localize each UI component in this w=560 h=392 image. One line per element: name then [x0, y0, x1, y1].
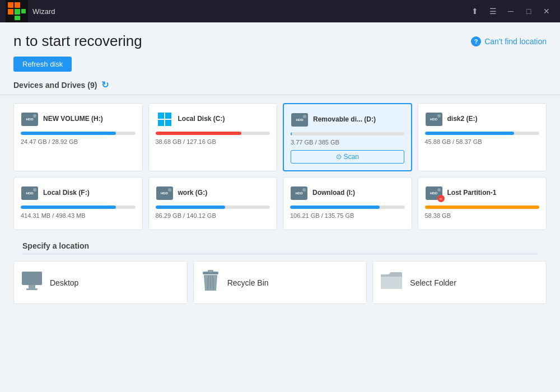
drive-card-local-disk-c[interactable]: Local Disk (C:) 38.68 GB / 127.16 GB: [148, 103, 278, 171]
progress-fill: [291, 132, 292, 136]
main-content: n to start recovering ? Can't find locat…: [0, 22, 560, 392]
drive-header: HDD Removable di... (D:): [291, 111, 404, 129]
devices-section-header: Devices and Drives (9) ↻: [0, 76, 560, 95]
progress-fill: [156, 132, 241, 135]
progress-fill: [21, 132, 116, 135]
svg-rect-6: [158, 113, 164, 119]
svg-rect-12: [26, 288, 38, 290]
refresh-bar: Refresh disk: [0, 54, 560, 76]
svg-rect-8: [158, 120, 164, 126]
page-title: n to start recovering: [13, 32, 142, 50]
upload-button[interactable]: ⬆: [467, 3, 483, 19]
svg-rect-2: [8, 9, 13, 15]
refresh-disk-button[interactable]: Refresh disk: [13, 57, 72, 72]
recycle-bin-icon: [200, 269, 221, 296]
drive-header: HDD disk2 (E:): [425, 110, 540, 128]
location-card-recycle-bin[interactable]: Recycle Bin: [193, 261, 367, 304]
svg-rect-4: [21, 9, 26, 13]
location-name: Select Folder: [410, 278, 456, 287]
title-bar: Wizard ⬆ ☰ ─ □ ✕: [0, 0, 560, 22]
location-grid: Desktop Recycle Bin: [9, 259, 551, 310]
location-name: Desktop: [50, 278, 78, 287]
hdd-icon: HDD: [156, 184, 174, 202]
location-card-desktop[interactable]: Desktop: [13, 261, 188, 304]
drive-size: 24.47 GB / 28.92 GB: [21, 138, 136, 145]
lost-hdd-icon: HDD −: [425, 184, 443, 202]
specify-section: Specify a location: [9, 236, 551, 254]
svg-rect-7: [165, 113, 171, 119]
close-button[interactable]: ✕: [539, 3, 554, 19]
hdd-icon: HDD: [21, 184, 39, 202]
drive-name: Lost Partition-1: [447, 189, 540, 198]
svg-rect-10: [22, 272, 42, 285]
hdd-icon: HDD: [291, 111, 309, 129]
drive-progress: [156, 206, 270, 209]
progress-fill: [425, 132, 515, 135]
scan-icon: ⊙: [336, 153, 342, 161]
scan-label: Scan: [344, 153, 359, 161]
drive-progress: [21, 132, 136, 135]
drive-progress: [156, 132, 270, 135]
hdd-icon: HDD: [21, 110, 39, 128]
svg-rect-9: [165, 120, 171, 126]
drive-header: HDD − Lost Partition-1: [425, 184, 540, 202]
drive-card-new-volume-h[interactable]: HDD NEW VOLUME (H:) 24.47 GB / 28.92 GB: [13, 103, 143, 171]
drive-size: 3.77 GB / 385 GB: [291, 139, 404, 146]
drive-name: Local Disk (F:): [43, 189, 136, 198]
progress-fill: [290, 206, 380, 209]
restore-button[interactable]: □: [521, 3, 536, 19]
desktop-icon: [21, 270, 43, 295]
cant-find-label: Can't find location: [484, 37, 547, 46]
drive-size: 106.21 GB / 135.75 GB: [290, 212, 405, 219]
svg-rect-0: [8, 2, 13, 8]
svg-rect-5: [15, 16, 20, 20]
drive-size: 38.68 GB / 127.16 GB: [156, 138, 270, 145]
folder-icon: [380, 271, 403, 294]
specify-section-label: Specify a location: [22, 241, 538, 254]
drive-header: HDD NEW VOLUME (H:): [21, 110, 136, 128]
drive-header: HDD Download (I:): [290, 184, 405, 202]
drive-card-local-disk-f[interactable]: HDD Local Disk (F:) 414.31 MB / 498.43 M…: [13, 177, 143, 230]
minimize-button[interactable]: ─: [503, 3, 519, 19]
drive-name: Download (I:): [312, 189, 405, 198]
drive-name: work (G:): [178, 189, 270, 198]
svg-line-17: [213, 276, 213, 290]
devices-section-label: Devices and Drives (9): [13, 81, 97, 90]
drive-progress: [425, 132, 540, 135]
svg-rect-14: [208, 270, 213, 272]
svg-rect-11: [29, 285, 35, 288]
drive-card-disk2-e[interactable]: HDD disk2 (E:) 45.88 GB / 58.37 GB: [418, 103, 547, 171]
svg-rect-1: [15, 2, 20, 8]
scroll-area[interactable]: HDD NEW VOLUME (H:) 24.47 GB / 28.92 GB: [0, 97, 560, 392]
app-title: Wizard: [32, 7, 467, 16]
drive-size: 414.31 MB / 498.43 MB: [21, 212, 136, 219]
drive-progress: [425, 206, 540, 209]
progress-fill: [425, 206, 540, 209]
drive-name: disk2 (E:): [447, 115, 540, 124]
drive-size: 45.88 GB / 58.37 GB: [425, 138, 540, 145]
drive-card-work-g[interactable]: HDD work (G:) 86.29 GB / 140.12 GB: [148, 177, 278, 230]
drives-grid: HDD NEW VOLUME (H:) 24.47 GB / 28.92 GB: [9, 97, 551, 236]
app-logo: [6, 0, 28, 22]
drive-progress: [291, 132, 404, 136]
drive-name: Removable di... (D:): [313, 115, 404, 124]
menu-button[interactable]: ☰: [485, 3, 501, 19]
hdd-icon: HDD: [425, 110, 443, 128]
drive-card-lost-partition-1[interactable]: HDD − Lost Partition-1 58.38 GB: [418, 177, 547, 230]
hdd-icon: HDD: [290, 184, 308, 202]
drive-size: 86.29 GB / 140.12 GB: [156, 212, 270, 219]
drive-header: HDD work (G:): [156, 184, 270, 202]
scan-button[interactable]: ⊙ Scan: [291, 150, 404, 164]
cant-find-location[interactable]: ? Can't find location: [471, 36, 547, 46]
drive-card-download-i[interactable]: HDD Download (I:) 106.21 GB / 135.75 GB: [283, 177, 412, 230]
drive-card-removable-d[interactable]: HDD Removable di... (D:) 3.77 GB / 385 G…: [283, 103, 412, 171]
drive-name: NEW VOLUME (H:): [43, 115, 136, 124]
location-card-select-folder[interactable]: Select Folder: [372, 261, 547, 304]
svg-line-15: [208, 276, 208, 290]
drive-name: Local Disk (C:): [178, 115, 270, 124]
refresh-icon[interactable]: ↻: [101, 80, 109, 90]
drive-progress: [290, 206, 405, 209]
help-icon: ?: [471, 36, 481, 46]
location-name: Recycle Bin: [227, 278, 269, 287]
drive-size: 58.38 GB: [425, 212, 540, 219]
